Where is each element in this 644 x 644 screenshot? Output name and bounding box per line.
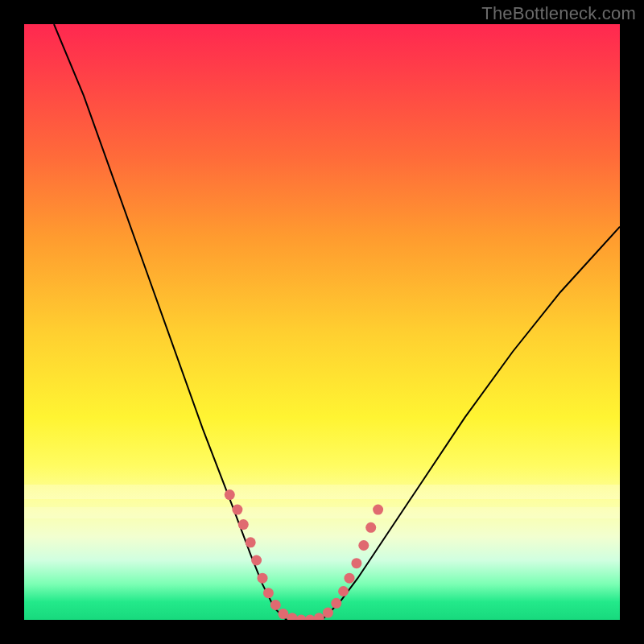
- threshold-dot: [305, 615, 316, 621]
- threshold-dot: [338, 586, 349, 597]
- threshold-dot: [278, 609, 288, 619]
- threshold-dot: [270, 600, 281, 610]
- bottleneck-curve: [24, 24, 620, 620]
- threshold-dot: [358, 540, 369, 551]
- threshold-dot: [238, 519, 249, 530]
- v-curve-path: [54, 24, 620, 620]
- threshold-dot: [258, 573, 268, 584]
- threshold-dot: [314, 613, 324, 620]
- threshold-dot: [323, 608, 333, 618]
- threshold-dot: [263, 588, 274, 598]
- threshold-dot: [345, 573, 355, 584]
- threshold-dot: [351, 558, 361, 568]
- threshold-dot: [296, 615, 307, 621]
- threshold-dot: [365, 522, 376, 533]
- threshold-dot: [373, 505, 383, 515]
- threshold-dot: [287, 613, 298, 620]
- threshold-dot: [232, 505, 242, 515]
- threshold-dot: [251, 555, 262, 566]
- threshold-dot: [331, 598, 341, 609]
- plot-area: [24, 24, 620, 620]
- watermark-text: TheBottleneck.com: [481, 3, 636, 24]
- chart-frame: TheBottleneck.com: [0, 0, 644, 644]
- threshold-dot: [225, 489, 235, 500]
- threshold-dot: [246, 537, 256, 547]
